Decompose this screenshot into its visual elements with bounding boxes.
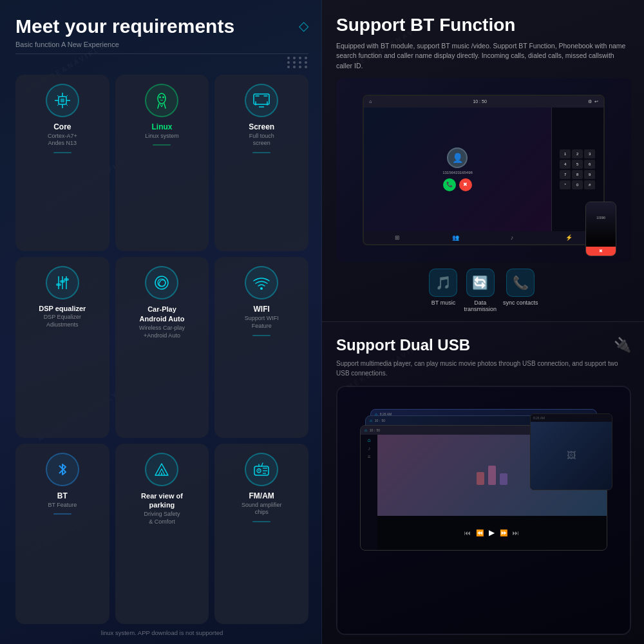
key-1[interactable]: 1 <box>560 149 571 158</box>
car-stereo-screen: ⌂ 10 : 50 ⚙ ↩ 👤 13156423165498 <box>363 95 605 246</box>
left-panel: MEKEDE&NAVIFLY MEKEDE&NAVIFLY MEKEDE&NAV… <box>0 0 322 644</box>
core-label: Core <box>53 122 71 131</box>
skip-back-icon[interactable]: ⏮ <box>464 529 471 536</box>
key-hash[interactable]: # <box>584 180 595 189</box>
wifi-label: WIFI <box>254 305 270 314</box>
fmam-desc: Sound amplifierchips <box>242 502 282 516</box>
usb-title: Support Dual USB <box>336 336 470 355</box>
bt-desc: BT Feature <box>48 502 77 509</box>
thumb-placeholder-icon: 🖼 <box>567 450 576 460</box>
svg-line-7 <box>66 95 68 97</box>
media-stack: ⌂ 8:26 AM ⌂ 10：50 ↩ <box>355 409 612 611</box>
next-icon[interactable]: ⏩ <box>500 529 507 536</box>
media-thumbnail: 8:26 AM 🖼 <box>530 413 612 490</box>
feature-card-parking: Rear view ofparking Driving Safety& Comf… <box>115 444 209 624</box>
svg-rect-20 <box>64 278 69 281</box>
svg-point-27 <box>258 470 260 471</box>
key-star[interactable]: * <box>560 180 571 189</box>
phone-end-btn[interactable]: ✖ <box>586 247 616 256</box>
key-9[interactable]: 9 <box>584 170 595 179</box>
media-sidebar-home: ⌂ <box>368 437 371 443</box>
numpad: 1 2 3 4 5 6 7 8 9 * 0 # <box>560 149 595 189</box>
nav-bt-icon[interactable]: ⚡ <box>565 234 573 241</box>
screen-settings-icon: ⚙ <box>588 99 592 104</box>
parking-icon <box>145 453 178 486</box>
svg-rect-19 <box>56 283 61 286</box>
bt-desc: Equipped with BT module, support BT musi… <box>336 41 631 71</box>
key-0[interactable]: 0 <box>572 180 583 189</box>
svg-point-11 <box>159 96 161 98</box>
usb-screen-mock: ⌂ 8:26 AM ⌂ 10：50 ↩ <box>336 386 631 635</box>
right-bottom-panel: MEKEDE&NAVIFLY MEKEDE&NAVIFLY Support Du… <box>322 322 644 644</box>
screen-label: Screen <box>249 122 274 131</box>
media-controls: ⏮ ⏪ ▶ ⏩ ⏭ <box>377 516 607 551</box>
key-4[interactable]: 4 <box>560 160 571 169</box>
dsp-label: DSP equalizer <box>39 305 86 312</box>
svg-line-9 <box>66 104 68 106</box>
nav-contacts-icon[interactable]: 👥 <box>452 234 459 241</box>
caller-avatar: 👤 <box>447 147 468 168</box>
feature-card-dsp: DSP equalizer DSP EqualizerAdiustments <box>15 257 109 437</box>
phone-mock: 10096 ✖ <box>585 202 616 256</box>
fmam-icon <box>245 453 278 486</box>
key-6[interactable]: 6 <box>584 160 595 169</box>
feature-card-fmam: FM/AM Sound amplifierchips <box>214 444 308 624</box>
media-front-time: 10：50 <box>370 428 380 432</box>
wifi-icon <box>245 266 278 299</box>
bt-data-icon: 🔄 <box>466 269 495 297</box>
phone-display-number: 10096 <box>596 216 605 220</box>
feature-card-wifi: WIFI Support WIFIFeature <box>214 257 308 437</box>
left-panel-subtitle: Basic function A New Experience <box>15 41 308 48</box>
bt-title: Support BT Function <box>336 14 631 36</box>
key-8[interactable]: 8 <box>572 170 583 179</box>
key-7[interactable]: 7 <box>560 170 571 179</box>
feature-grid: Core Cortex-A7+Andes N13 Linux <box>15 75 308 625</box>
dsp-icon <box>46 266 79 299</box>
screen-back-icon: ↩ <box>594 99 598 104</box>
feature-card-core: Core Cortex-A7+Andes N13 <box>15 75 109 252</box>
linux-icon <box>145 84 178 117</box>
accept-call-btn[interactable]: 📞 <box>443 178 456 191</box>
bt-contacts-label: sync contacts <box>503 299 538 306</box>
bt-icon <box>46 453 79 486</box>
carplay-label: Car-PlayAndroid Auto <box>140 305 185 323</box>
nav-music-icon[interactable]: ♪ <box>511 234 514 241</box>
core-desc: Cortex-A7+Andes N13 <box>48 133 77 147</box>
play-icon[interactable]: ▶ <box>489 528 495 537</box>
fmam-label: FM/AM <box>249 491 274 500</box>
dsp-desc: DSP EqualizerAdiustments <box>44 314 81 328</box>
bt-feature-data: 🔄 Datatransmission <box>464 269 497 312</box>
feature-card-bt: BT BT Feature <box>15 444 109 624</box>
feature-card-carplay: Car-PlayAndroid Auto Wireless Car-play+A… <box>115 257 209 437</box>
bt-screen-mock: ⌂ 10 : 50 ⚙ ↩ 👤 13156423165498 <box>336 78 631 262</box>
key-2[interactable]: 2 <box>572 149 583 158</box>
screen-desc: Full touchscreen <box>249 133 274 147</box>
carplay-icon <box>145 266 178 299</box>
bt-feature-contacts: 📞 sync contacts <box>503 269 538 312</box>
svg-point-10 <box>158 93 166 104</box>
skip-fwd-icon[interactable]: ⏭ <box>513 529 519 536</box>
cube-icon: ◇ <box>299 18 308 33</box>
bt-contacts-icon: 📞 <box>506 269 535 297</box>
parking-desc: Driving Safety& Comfort <box>144 511 180 526</box>
media-sidebar-music: ♪ <box>368 446 370 451</box>
bt-label: BT <box>57 491 68 500</box>
bt-music-label: BT music <box>431 299 455 306</box>
key-3[interactable]: 3 <box>584 149 595 158</box>
prev-icon[interactable]: ⏪ <box>476 529 484 536</box>
media-sidebar-list: ≡ <box>368 454 371 460</box>
core-icon <box>46 84 79 117</box>
left-panel-footer: linux system. APP download is not suppor… <box>15 629 308 636</box>
decline-call-btn[interactable]: ✖ <box>459 178 472 191</box>
linux-label: Linux <box>151 122 172 131</box>
media-front-home: ⌂ <box>365 428 367 432</box>
key-5[interactable]: 5 <box>572 160 583 169</box>
usb-desc: Support multimedia player, can play musi… <box>336 359 631 378</box>
nav-grid-icon[interactable]: ⊞ <box>395 234 400 241</box>
svg-point-21 <box>155 276 168 289</box>
left-panel-title: Meet your requirements <box>15 15 234 38</box>
svg-line-8 <box>57 104 59 106</box>
screen-icon <box>245 84 278 117</box>
main-layout: MEKEDE&NAVIFLY MEKEDE&NAVIFLY MEKEDE&NAV… <box>0 0 644 644</box>
thumb-time: 8:26 AM <box>533 416 545 420</box>
